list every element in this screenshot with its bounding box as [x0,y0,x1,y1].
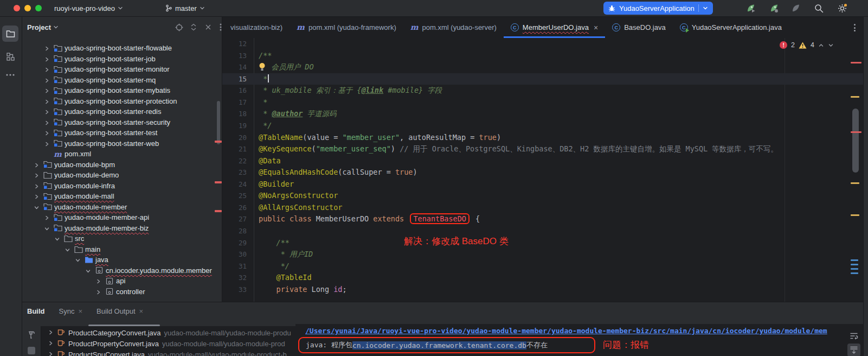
code-line-32[interactable]: 32 @TableId [222,272,863,284]
next-problem-icon[interactable] [828,42,834,48]
tree-error-mark[interactable] [215,141,222,143]
error-stripe-mark[interactable] [851,259,858,261]
tree-item-cn-iocoder-yudao-module-member[interactable]: cn.iocoder.yudao.module.member [22,265,222,276]
line-number[interactable]: 12 [222,38,247,50]
tab-pom-xml-yudao-server[interactable]: mpom.xml (yudao-server) [403,17,504,38]
scrollbar-thumb[interactable] [217,101,220,144]
line-number[interactable]: 33 [222,284,247,296]
settings-button[interactable] [837,3,847,14]
inspections-widget[interactable]: ! 2 4 [780,41,834,49]
code-line-24[interactable]: 24@Builder [222,179,863,190]
error-stripe-mark[interactable] [851,96,859,98]
code-line-22[interactable]: 22@Data [222,155,863,167]
tab-yudaoserverapplication-java[interactable]: CYudaoServerApplication.java [673,17,789,38]
chevron-down-icon[interactable] [44,225,51,231]
chevron-right-icon[interactable] [44,214,51,220]
chevron-right-icon[interactable] [48,351,54,356]
tab-sync[interactable]: Sync× [59,307,83,315]
tab-build-output[interactable]: Build Output× [97,307,143,315]
chevron-right-icon[interactable] [48,340,54,348]
tree-item-yudao-spring-boot-starter-security[interactable]: yudao-spring-boot-starter-security [22,117,222,128]
line-number[interactable]: 28 [222,225,247,237]
error-stripe-mark[interactable] [851,268,858,270]
search-everywhere-button[interactable] [813,3,824,14]
line-number[interactable]: 24 [222,179,247,190]
tree-item-yudao-spring-boot-starter-test[interactable]: yudao-spring-boot-starter-test [22,128,222,138]
tab-options-icon[interactable] [854,24,856,31]
line-number[interactable]: 27 [222,213,247,225]
close-icon[interactable]: × [594,23,598,32]
code-line-20[interactable]: 20@TableName(value = "member_user", auto… [222,132,863,144]
line-number[interactable]: 32 [222,272,247,284]
code-line-25[interactable]: 25@NoArgsConstructor [222,190,863,202]
line-number[interactable]: 26 [222,202,247,214]
tree-item-yudao-spring-boot-starter-protection[interactable]: yudao-spring-boot-starter-protection [22,96,222,107]
tab-basedo-java[interactable]: CBaseDO.java [605,17,673,38]
code-line-16[interactable]: 16 * uk_mobile 索引：基于 {@link #mobile} 字段 [222,85,863,97]
chevron-right-icon[interactable] [34,172,41,178]
line-number[interactable]: 31 [222,260,247,272]
error-stripe-mark[interactable] [851,214,859,216]
line-number[interactable]: 25 [222,190,247,202]
chevron-right-icon[interactable] [34,183,41,189]
chevron-down-icon[interactable] [54,236,61,241]
collapse-all-icon[interactable] [203,23,213,31]
window-close-button[interactable] [14,5,20,11]
tree-item-yudao-spring-boot-starter-web[interactable]: yudao-spring-boot-starter-web [22,138,222,149]
tree-error-mark[interactable] [215,210,222,212]
tab-pom-xml-yudao-framework[interactable]: mpom.xml (yudao-framework) [290,17,403,38]
tree-item-yudao-spring-boot-starter-redis[interactable]: yudao-spring-boot-starter-redis [22,106,222,117]
code-line-31[interactable]: 31 */ [222,260,863,272]
chevron-right-icon[interactable] [44,141,51,147]
line-number[interactable]: 21 [222,143,247,155]
chevron-right-icon[interactable] [95,278,102,284]
chevron-down-icon[interactable] [85,268,92,274]
tree-item-yudao-module-mall[interactable]: yudao-module-mall [22,191,222,202]
tree-item-yudao-spring-boot-starter-flowable[interactable]: yudao-spring-boot-starter-flowable [22,43,222,54]
soft-wrap-icon[interactable] [847,329,860,342]
tree-item-controller[interactable]: controller [22,287,222,297]
more-tool-windows-button[interactable] [2,67,18,83]
tree-item-yudao-spring-boot-starter-mq[interactable]: yudao-spring-boot-starter-mq [22,75,222,86]
chevron-right-icon[interactable] [48,329,54,337]
tree-item-yudao-spring-boot-starter-job[interactable]: yudao-spring-boot-starter-job [22,54,222,65]
line-number[interactable]: 23 [222,167,247,179]
run-configuration-button[interactable]: YudaoServerApplication [603,2,713,15]
chevron-right-icon[interactable] [44,130,51,136]
code-line-13[interactable]: 13/** [222,50,863,62]
code-line-33[interactable]: 33 private Long id; [222,284,863,296]
chevron-right-icon[interactable] [44,119,51,125]
line-number[interactable]: 13 [222,50,247,62]
tree-item-yudao-spring-boot-starter-monitor[interactable]: yudao-spring-boot-starter-monitor [22,64,222,75]
tab-visualization-biz[interactable]: visualization-biz) [223,17,290,38]
tree-item-pom-xml[interactable]: mpom.xml [22,149,222,160]
tree-item-yudao-module-demo[interactable]: yudao-module-demo [22,170,222,181]
locate-file-icon[interactable] [174,23,184,31]
project-selector[interactable]: ruoyi-vue-pro-video [54,0,123,16]
code-line-27[interactable]: 27public class MemberUserDO extends Tena… [222,213,863,225]
window-minimize-button[interactable] [24,5,31,11]
project-tool-window-button[interactable] [2,26,18,42]
tree-error-mark[interactable] [215,181,222,183]
line-number[interactable]: 17 [222,97,247,109]
run-button[interactable] [745,3,756,14]
editor-scrollbar-thumb[interactable] [852,109,859,173]
close-icon[interactable]: × [78,307,82,315]
build-hammer-icon[interactable] [27,330,36,341]
code-line-17[interactable]: 17 * [222,97,863,109]
code-line-21[interactable]: 21@KeySequence("member_user_seq") // 用于 … [222,143,863,155]
structure-tool-window-button[interactable] [2,48,18,65]
debug-button[interactable] [769,3,780,14]
code-line-18[interactable]: 18 * @author 芋道源码 [222,108,863,120]
tree-item-java[interactable]: java [22,255,222,265]
tree-item-yudao-module-member-api[interactable]: yudao-module-member-api [22,212,222,223]
line-number[interactable]: 15 [222,73,247,85]
tree-item-yudao-spring-boot-starter-mybatis[interactable]: yudao-spring-boot-starter-mybatis [22,85,222,96]
chevron-right-icon[interactable] [44,109,51,115]
chevron-right-icon[interactable] [34,193,41,199]
line-number[interactable]: 20 [222,132,247,144]
line-number[interactable]: 22 [222,155,247,167]
chevron-right-icon[interactable] [44,45,51,51]
chevron-down-icon[interactable] [34,204,41,210]
code-line-28[interactable]: 28 [222,225,863,237]
